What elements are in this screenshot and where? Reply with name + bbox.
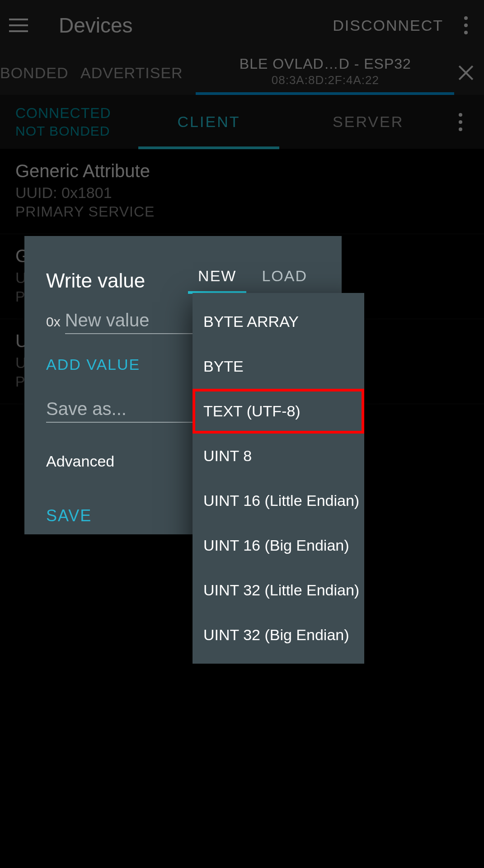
dialog-tab-load[interactable]: LOAD — [249, 263, 320, 292]
dialog-title: Write value — [46, 269, 185, 292]
dropdown-item[interactable]: UINT 16 (Big Endian) — [193, 523, 364, 568]
dropdown-item[interactable]: UINT 32 (Big Endian) — [193, 613, 364, 657]
dropdown-item[interactable]: UINT 16 (Little Endian) — [193, 478, 364, 523]
dialog-tab-new[interactable]: NEW — [185, 263, 249, 292]
type-dropdown: BYTE ARRAY BYTE TEXT (UTF-8) UINT 8 UINT… — [193, 293, 364, 664]
dropdown-item[interactable]: UINT 32 (Little Endian) — [193, 568, 364, 613]
dropdown-item[interactable]: UINT 8 — [193, 434, 364, 478]
hex-prefix: 0x — [46, 314, 61, 334]
dialog-header: Write value NEW LOAD — [46, 251, 320, 292]
dropdown-item[interactable]: BYTE — [193, 344, 364, 389]
dropdown-item[interactable]: BYTE ARRAY — [193, 299, 364, 344]
dialog-tabs: NEW LOAD — [185, 263, 320, 292]
dropdown-item[interactable]: TEXT (UTF-8) — [193, 389, 364, 434]
